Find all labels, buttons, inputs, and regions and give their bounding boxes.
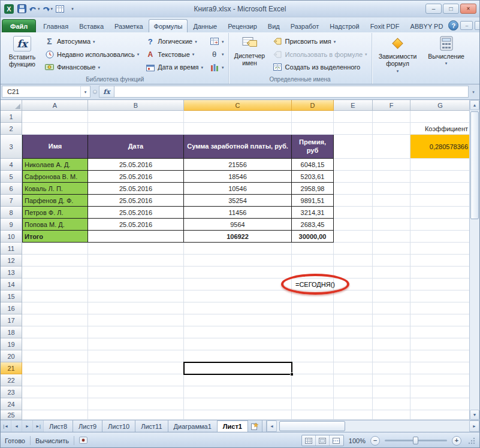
calculation-button[interactable]: Вычисление ▾ [423, 34, 470, 75]
name-manager-button[interactable]: Диспетчер имен [231, 34, 269, 75]
cell-E18[interactable] [334, 326, 373, 338]
tab-scrollbar-splitter[interactable] [262, 420, 267, 432]
row-header-9[interactable]: 9 [1, 219, 22, 231]
row-header-7[interactable]: 7 [1, 195, 22, 207]
cell-E6[interactable] [334, 183, 373, 195]
ribbon-tab-ABBYY PD[interactable]: ABBYY PD [405, 19, 449, 32]
cell-C17[interactable] [184, 314, 292, 326]
formula-input[interactable] [114, 86, 469, 98]
row-header-4[interactable]: 4 [1, 159, 22, 171]
cell-F14[interactable] [373, 279, 410, 290]
cell-G8[interactable] [410, 207, 469, 219]
cell-C14[interactable] [184, 279, 292, 290]
cell-F16[interactable] [373, 302, 410, 314]
recently-used-button[interactable]: Недавно использовались ▾ [42, 49, 141, 60]
cell-G19[interactable] [410, 338, 469, 350]
cell-G7[interactable] [410, 195, 469, 207]
cell-F20[interactable] [373, 350, 410, 362]
cell-C12[interactable] [184, 255, 292, 267]
macro-record-icon[interactable] [79, 437, 87, 445]
cell-F9[interactable] [373, 219, 410, 231]
cell-C8[interactable]: 11456 [184, 207, 292, 219]
cell-A10[interactable]: Итого [22, 231, 88, 243]
cell-G2[interactable]: Коэффициент [410, 123, 469, 135]
cell-B23[interactable] [88, 386, 184, 398]
cell-A12[interactable] [22, 255, 88, 267]
cell-F19[interactable] [373, 338, 410, 350]
cell-C7[interactable]: 35254 [184, 195, 292, 207]
row-header-1[interactable]: 1 [1, 111, 22, 123]
cell-F18[interactable] [373, 326, 410, 338]
zoom-level[interactable]: 100% [349, 437, 366, 444]
cell-F22[interactable] [373, 374, 410, 386]
row-header-23[interactable]: 23 [1, 386, 22, 398]
ribbon-tab-Данные[interactable]: Данные [188, 19, 222, 32]
cell-E20[interactable] [334, 350, 373, 362]
cell-E2[interactable] [334, 123, 373, 135]
row-header-3[interactable]: 3 [1, 135, 22, 159]
cell-A25[interactable] [22, 410, 88, 420]
ribbon-tab-Главная[interactable]: Главная [38, 19, 74, 32]
cell-C5[interactable]: 18546 [184, 171, 292, 183]
ribbon-tab-Рецензир[interactable]: Рецензир [222, 19, 262, 32]
row-header-13[interactable]: 13 [1, 267, 22, 279]
cell-A21[interactable] [22, 362, 88, 374]
cell-D21[interactable] [292, 362, 334, 374]
cell-E7[interactable] [334, 195, 373, 207]
zoom-slider[interactable] [385, 440, 447, 441]
cell-A17[interactable] [22, 314, 88, 326]
maximize-button[interactable]: □ [443, 4, 459, 14]
cell-D10[interactable]: 30000,00 [292, 231, 334, 243]
cell-B12[interactable] [88, 255, 184, 267]
cell-G11[interactable] [410, 243, 469, 255]
cell-E25[interactable] [334, 410, 373, 420]
cell-B10[interactable] [88, 231, 184, 243]
redo-button[interactable]: ▾ [42, 4, 53, 14]
cell-D5[interactable]: 5203,61 [292, 171, 334, 183]
define-name-button[interactable]: Присвоить имя ▾ [270, 35, 370, 47]
cell-G10[interactable] [410, 231, 469, 243]
cell-E10[interactable] [334, 231, 373, 243]
sheet-tab-Лист10[interactable]: Лист10 [102, 420, 135, 432]
cell-F4[interactable] [373, 159, 410, 171]
logical-button[interactable]: ? Логические ▾ [143, 35, 206, 47]
cell-D17[interactable] [292, 314, 334, 326]
cell-G25[interactable] [410, 410, 469, 420]
select-all-corner[interactable] [1, 100, 22, 111]
cell-A19[interactable] [22, 338, 88, 350]
cell-E21[interactable] [334, 362, 373, 374]
cell-G18[interactable] [410, 326, 469, 338]
vertical-scrollbar[interactable]: ▲ ▼ [469, 100, 479, 420]
cell-F25[interactable] [373, 410, 410, 420]
cell-D22[interactable] [292, 374, 334, 386]
vertical-scroll-track[interactable] [470, 110, 479, 410]
cell-D25[interactable] [292, 410, 334, 420]
cell-G4[interactable] [410, 159, 469, 171]
close-button[interactable]: × [460, 4, 476, 14]
cell-G24[interactable] [410, 398, 469, 410]
row-header-6[interactable]: 6 [1, 183, 22, 195]
cell-E24[interactable] [334, 398, 373, 410]
cell-C10[interactable]: 106922 [184, 231, 292, 243]
cell-B1[interactable] [88, 111, 184, 123]
cell-F7[interactable] [373, 195, 410, 207]
cell-E9[interactable] [334, 219, 373, 231]
row-header-5[interactable]: 5 [1, 171, 22, 183]
cell-D9[interactable]: 2683,45 [292, 219, 334, 231]
cell-B8[interactable]: 25.05.2016 [88, 207, 184, 219]
cell-F13[interactable] [373, 267, 410, 279]
save-button[interactable] [16, 4, 27, 14]
scroll-right-button[interactable]: ► [469, 420, 479, 432]
sheet-tab-Диаграмма1[interactable]: Диаграмма1 [168, 420, 218, 432]
minimize-button[interactable]: – [425, 4, 442, 14]
cell-E23[interactable] [334, 386, 373, 398]
row-header-22[interactable]: 22 [1, 374, 22, 386]
cell-F2[interactable] [373, 123, 410, 135]
ribbon-tab-Разметка[interactable]: Разметка [109, 19, 149, 32]
cell-E1[interactable] [334, 111, 373, 123]
cell-B16[interactable] [88, 302, 184, 314]
cell-A2[interactable] [22, 123, 88, 135]
cell-C11[interactable] [184, 243, 292, 255]
active-cell-selection[interactable] [183, 362, 292, 375]
vertical-scroll-thumb[interactable] [470, 111, 479, 219]
